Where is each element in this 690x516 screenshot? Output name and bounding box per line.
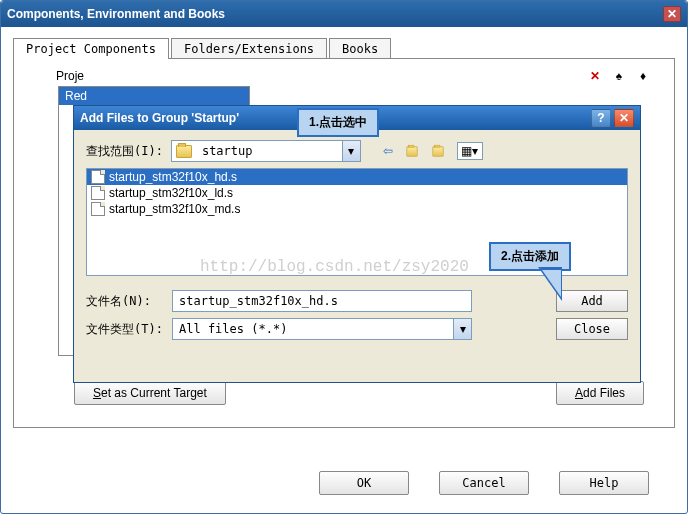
bottom-buttons: Set as Current Target Add Files bbox=[74, 381, 644, 405]
file-item[interactable]: startup_stm32f10x_hd.s bbox=[87, 169, 627, 185]
lookin-combo[interactable]: startup ▾ bbox=[171, 140, 361, 162]
lookin-value: startup bbox=[196, 144, 342, 158]
help-icon[interactable]: ? bbox=[591, 109, 611, 127]
up-folder-icon[interactable] bbox=[405, 142, 423, 160]
add-files-button[interactable]: Add Files bbox=[556, 381, 644, 405]
file-icon bbox=[91, 186, 105, 200]
outer-titlebar: Components, Environment and Books ✕ bbox=[1, 1, 687, 27]
add-button[interactable]: Add bbox=[556, 290, 628, 312]
list-item[interactable]: Red bbox=[59, 87, 249, 105]
delete-icon[interactable]: ✕ bbox=[586, 67, 604, 85]
close-icon[interactable]: ✕ bbox=[614, 109, 634, 127]
set-current-target-button[interactable]: Set as Current Target bbox=[74, 381, 226, 405]
back-icon[interactable]: ⇦ bbox=[379, 142, 397, 160]
outer-title: Components, Environment and Books bbox=[7, 7, 663, 21]
close-icon[interactable]: ✕ bbox=[663, 6, 681, 22]
tab-folders-extensions[interactable]: Folders/Extensions bbox=[171, 38, 327, 59]
new-folder-icon[interactable] bbox=[431, 142, 449, 160]
file-icon bbox=[91, 202, 105, 216]
tab-project-components[interactable]: Project Components bbox=[13, 38, 169, 59]
file-name: startup_stm32f10x_md.s bbox=[109, 202, 240, 216]
chevron-down-icon[interactable]: ▾ bbox=[342, 141, 360, 161]
folder-icon bbox=[176, 145, 192, 158]
move-up-icon[interactable]: ♠ bbox=[610, 67, 628, 85]
lookin-label: 查找范围(I): bbox=[86, 143, 163, 160]
chevron-down-icon[interactable]: ▾ bbox=[453, 319, 471, 339]
filename-label: 文件名(N): bbox=[86, 293, 164, 310]
move-down-icon[interactable]: ♦ bbox=[634, 67, 652, 85]
filetype-combo[interactable]: All files (*.*) ▾ bbox=[172, 318, 472, 340]
toolbar-right: ✕ ♠ ♦ bbox=[586, 67, 652, 85]
close-button[interactable]: Close bbox=[556, 318, 628, 340]
help-button[interactable]: Help bbox=[559, 471, 649, 495]
file-name: startup_stm32f10x_ld.s bbox=[109, 186, 233, 200]
file-item[interactable]: startup_stm32f10x_md.s bbox=[87, 201, 627, 217]
cancel-button[interactable]: Cancel bbox=[439, 471, 529, 495]
filetype-label: 文件类型(T): bbox=[86, 321, 164, 338]
tab-books[interactable]: Books bbox=[329, 38, 391, 59]
annotation-tail-2 bbox=[538, 267, 562, 301]
filetype-value: All files (*.*) bbox=[173, 322, 453, 336]
tabs-row: Project Components Folders/Extensions Bo… bbox=[1, 27, 687, 58]
file-name: startup_stm32f10x_hd.s bbox=[109, 170, 237, 184]
view-menu-icon[interactable]: ▦▾ bbox=[457, 142, 483, 160]
file-icon bbox=[91, 170, 105, 184]
file-item[interactable]: startup_stm32f10x_ld.s bbox=[87, 185, 627, 201]
dialog-buttons: OK Cancel Help bbox=[1, 471, 687, 495]
annotation-callout-1: 1.点击选中 bbox=[297, 108, 379, 137]
filename-input[interactable]: startup_stm32f10x_hd.s bbox=[172, 290, 472, 312]
ok-button[interactable]: OK bbox=[319, 471, 409, 495]
header-project: Proje bbox=[56, 69, 84, 83]
